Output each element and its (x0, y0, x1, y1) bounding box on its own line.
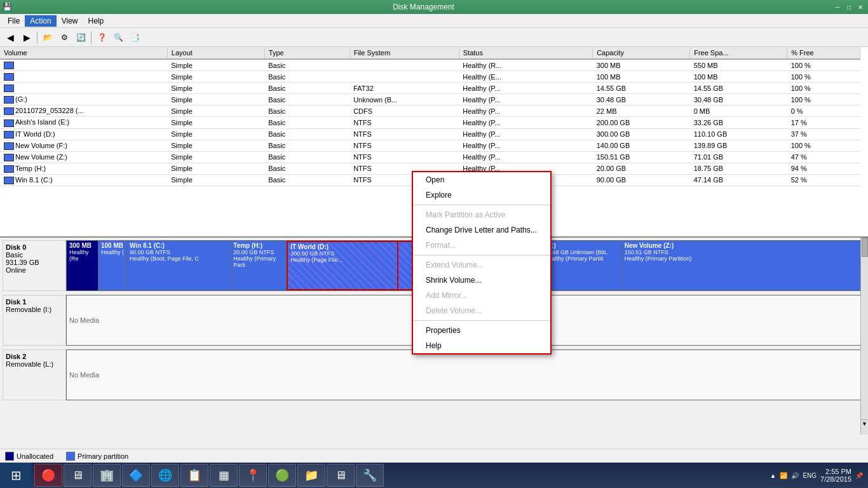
disk2-row: Disk 2 Removable (L:) No Media (3, 349, 865, 400)
partition-win81[interactable]: Win 8.1 (C:) 90.00 GB NTFS Healthy (Boot… (127, 241, 231, 290)
disk0-label: Disk 0 Basic 931.39 GB Online (3, 240, 66, 291)
col-header-type[interactable]: Type (264, 47, 349, 59)
taskbar-clock[interactable]: 2:55 PM 7/28/2015 (820, 468, 851, 483)
taskbar-app-5[interactable]: 🌐 (151, 464, 179, 487)
menu-help[interactable]: Help (83, 15, 109, 27)
ctx-open[interactable]: Open (413, 172, 550, 187)
taskbar-app-4[interactable]: 🔷 (122, 464, 150, 487)
table-row[interactable]: IT World (D:) Simple Basic NTFS Healthy … (0, 128, 860, 140)
tray-lang[interactable]: ENG (803, 472, 817, 479)
disk1-label: Disk 1 Removable (I:) (3, 295, 66, 346)
up-button[interactable]: 📂 (40, 30, 55, 45)
toolbar-sep-1 (37, 31, 37, 44)
partition-g[interactable]: (G:) 30.48 GB Unknown (BitL Healthy (Pri… (542, 241, 622, 290)
title-bar: 💾 Disk Management ─ □ ✕ (0, 0, 868, 14)
disk1-name: Disk 1 (6, 298, 63, 306)
partition-itworld[interactable]: IT World (D:) 300.00 GB NTFS Healthy (Pa… (287, 241, 398, 290)
disk0-size: 931.39 GB (6, 259, 63, 266)
col-header-status[interactable]: Status (459, 47, 592, 59)
col-header-free[interactable]: Free Spa... (690, 47, 787, 59)
table-row[interactable]: (G:) Simple Basic Unknown (B... Healthy … (0, 94, 860, 105)
partition-newvol-z[interactable]: New Volume (Z:) 150.51 GB NTFS Healthy (… (622, 241, 865, 290)
taskbar-app-7[interactable]: ▦ (210, 464, 238, 487)
ctx-sep-2 (413, 255, 550, 255)
properties-button[interactable]: ⚙ (57, 30, 72, 45)
ctx-mark-active: Mark Partition as Active (413, 207, 550, 222)
forward-button[interactable]: ▶ (19, 30, 34, 45)
ctx-help[interactable]: Help (413, 338, 550, 353)
toolbar-sep-2 (91, 31, 92, 44)
ctx-properties[interactable]: Properties (413, 323, 550, 338)
col-header-fs[interactable]: File System (349, 47, 459, 59)
taskbar-app-3[interactable]: 🏢 (93, 464, 121, 487)
maximize-button[interactable]: □ (844, 3, 854, 11)
legend-primary: Primary partition (66, 452, 128, 461)
taskbar-app-6[interactable]: 📋 (180, 464, 208, 487)
table-row[interactable]: Simple Basic Healthy (E... 100 MB 100 MB… (0, 71, 860, 83)
table-row[interactable]: New Volume (F:) Simple Basic NTFS Health… (0, 140, 860, 151)
disk0-status: Online (6, 266, 63, 274)
close-button[interactable]: ✕ (855, 3, 865, 11)
col-header-capacity[interactable]: Capacity (593, 47, 690, 59)
ctx-explore[interactable]: Explore (413, 187, 550, 203)
table-row[interactable]: Aksh's Island (E:) Simple Basic NTFS Hea… (0, 117, 860, 128)
help-button[interactable]: ❓ (94, 30, 109, 45)
table-row[interactable]: New Volume (Z:) Simple Basic NTFS Health… (0, 151, 860, 163)
table-row[interactable]: Simple Basic Healthy (R... 300 MB 550 MB… (0, 59, 860, 71)
col-header-pct[interactable]: % Free (787, 47, 860, 59)
table-row[interactable]: Simple Basic FAT32 Healthy (P... 14.55 G… (0, 83, 860, 94)
app-title: Disk Management (15, 3, 832, 11)
taskbar-tray: ▲ 📶 🔊 ENG 2:55 PM 7/28/2015 📌 (764, 468, 868, 483)
taskbar-app-11[interactable]: 🖥 (327, 464, 355, 487)
col-header-volume[interactable]: Volume (0, 47, 167, 59)
partition-100mb[interactable]: 100 MB Healthy ( (98, 241, 127, 290)
scroll-down-btn[interactable]: ▼ (861, 419, 868, 427)
menu-action[interactable]: Action (25, 15, 56, 27)
tray-notification[interactable]: 📌 (855, 472, 863, 479)
partition-300mb[interactable]: 300 MB Healthy (Re (67, 241, 98, 290)
ctx-change-drive[interactable]: Change Drive Letter and Paths... (413, 222, 550, 238)
start-button[interactable]: ⊞ (0, 463, 32, 488)
legend-primary-label: Primary partition (78, 452, 128, 460)
ctx-shrink[interactable]: Shrink Volume... (413, 273, 550, 288)
view-button[interactable]: 📑 (127, 30, 142, 45)
title-bar-icon: 💾 (3, 3, 12, 11)
disk-scroll-thumb[interactable] (862, 238, 868, 257)
ctx-extend: Extend Volume... (413, 257, 550, 273)
ctx-sep-3 (413, 320, 550, 321)
menu-file[interactable]: File (3, 15, 25, 27)
tray-chevron[interactable]: ▲ (770, 472, 776, 479)
disk2-name: Disk 2 (6, 353, 63, 360)
clock-date: 7/28/2015 (820, 475, 851, 483)
search-button[interactable]: 🔍 (111, 30, 126, 45)
tray-network[interactable]: 📶 (780, 472, 787, 479)
minimize-button[interactable]: ─ (832, 3, 843, 11)
refresh-button[interactable]: 🔄 (73, 30, 88, 45)
tray-volume[interactable]: 🔊 (791, 472, 799, 479)
ctx-delete: Delete Volume... (413, 303, 550, 318)
taskbar-app-2[interactable]: 🖥 (64, 464, 92, 487)
taskbar-items: 🔴 🖥 🏢 🔷 🌐 📋 ▦ 📍 🟢 📁 🖥 🔧 (32, 464, 764, 487)
disk2-label: Disk 2 Removable (L:) (3, 349, 66, 400)
volumes-table: Volume Layout Type File System Status Ca… (0, 47, 860, 186)
toolbar: ◀ ▶ 📂 ⚙ 🔄 ❓ 🔍 📑 (0, 28, 868, 47)
partition-temp[interactable]: Temp (H:) 20.00 GB NTFS Healthy (Primary… (231, 241, 287, 290)
disk2-type: Removable (L:) (6, 360, 63, 368)
taskbar-app-12[interactable]: 🔧 (356, 464, 384, 487)
back-button[interactable]: ◀ (3, 30, 18, 45)
ctx-add-mirror: Add Mirror... (413, 288, 550, 303)
taskbar-app-10[interactable]: 📁 (297, 464, 325, 487)
ctx-format: Format... (413, 238, 550, 253)
disk2-nomedia: No Media (66, 349, 865, 400)
taskbar-app-8[interactable]: 📍 (239, 464, 267, 487)
disk1-type: Removable (I:) (6, 306, 63, 313)
disk-area-scrollbar[interactable]: ▼ (860, 238, 868, 435)
status-bar: Unallocated Primary partition (0, 449, 868, 463)
ctx-sep-1 (413, 205, 550, 205)
table-row[interactable]: 20110729_053228 (... Simple Basic CDFS H… (0, 105, 860, 117)
taskbar-app-9[interactable]: 🟢 (268, 464, 296, 487)
disk0-type: Basic (6, 251, 63, 259)
menu-view[interactable]: View (57, 15, 83, 27)
taskbar-app-1[interactable]: 🔴 (34, 464, 62, 487)
col-header-layout[interactable]: Layout (167, 47, 264, 59)
